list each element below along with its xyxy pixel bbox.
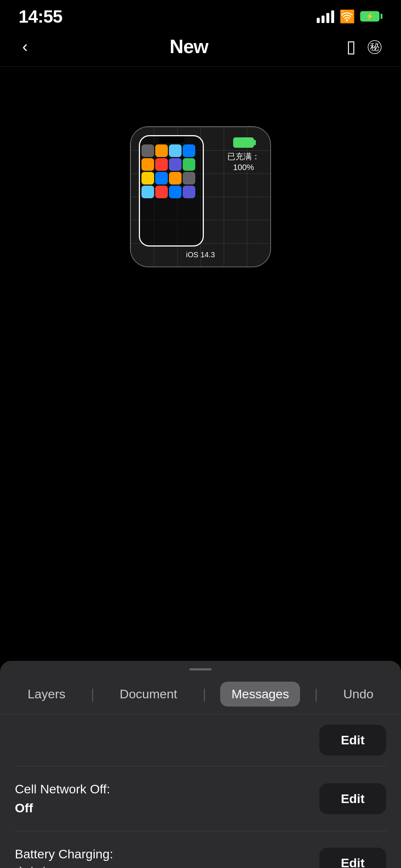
status-time: 14:55 — [19, 6, 62, 27]
widget-phone-label: iOS 14.3 — [131, 251, 270, 259]
phone-frame-icon[interactable]: ▯ — [346, 36, 356, 56]
phone-screen-apps — [140, 143, 203, 200]
battery-charging-cn: 充电中： — [15, 864, 113, 868]
wifi-icon: 🛜 — [339, 10, 355, 23]
list-item-battery-charging: Battery Charging:充电中： Edit — [15, 831, 386, 868]
battery-charging-label: Battery Charging:充电中： — [15, 845, 113, 868]
cell-network-off-label: Cell Network Off:Off — [15, 780, 110, 818]
canvas-preview-area: iOS 14.3 已充满：100% — [0, 67, 401, 327]
battery-charging-edit-button[interactable]: Edit — [319, 848, 386, 868]
tab-undo[interactable]: Undo — [332, 682, 385, 707]
widget-battery-text: 已充满：100% — [227, 151, 260, 173]
black-canvas-area — [0, 327, 401, 661]
tab-bar: Layers | Document | Messages | Undo — [0, 678, 401, 714]
tab-document[interactable]: Document — [108, 682, 188, 707]
list-item-partial-top: Edit — [15, 714, 386, 766]
partial-edit-button[interactable]: Edit — [319, 725, 386, 756]
status-icons: 🛜 ⚡ — [317, 10, 382, 23]
list-item-cell-network-off: Cell Network Off:Off Edit — [15, 766, 386, 831]
grid-icon[interactable]: ㊙ — [367, 36, 382, 57]
bottom-sheet: Layers | Document | Messages | Undo Edit… — [0, 661, 401, 868]
tab-layers[interactable]: Layers — [16, 682, 76, 707]
widget-battery-display — [233, 137, 254, 148]
phone-frame-preview — [139, 135, 204, 247]
nav-action-icons: ▯ ㊙ — [346, 36, 382, 57]
tab-messages[interactable]: Messages — [220, 682, 300, 707]
tab-divider-3: | — [314, 686, 318, 702]
sheet-content: Edit Cell Network Off:Off Edit Battery C… — [0, 714, 401, 868]
tab-divider-1: | — [91, 686, 94, 702]
sheet-handle — [189, 668, 212, 670]
back-button[interactable]: ‹ — [19, 33, 32, 59]
widget-preview[interactable]: iOS 14.3 已充满：100% — [130, 126, 271, 267]
cell-network-off-value: Off — [15, 801, 33, 815]
nav-bar: ‹ New ▯ ㊙ — [0, 30, 401, 67]
page-title: New — [170, 35, 208, 58]
status-bar: 14:55 🛜 ⚡ — [0, 0, 401, 30]
phone-notch — [159, 136, 185, 143]
signal-bars-icon — [317, 10, 334, 23]
widget-battery-section: 已充满：100% — [227, 137, 260, 173]
battery-bolt-icon: ⚡ — [366, 12, 374, 20]
battery-icon: ⚡ — [360, 11, 382, 22]
tab-divider-2: | — [203, 686, 206, 702]
cell-network-off-edit-button[interactable]: Edit — [319, 783, 386, 814]
